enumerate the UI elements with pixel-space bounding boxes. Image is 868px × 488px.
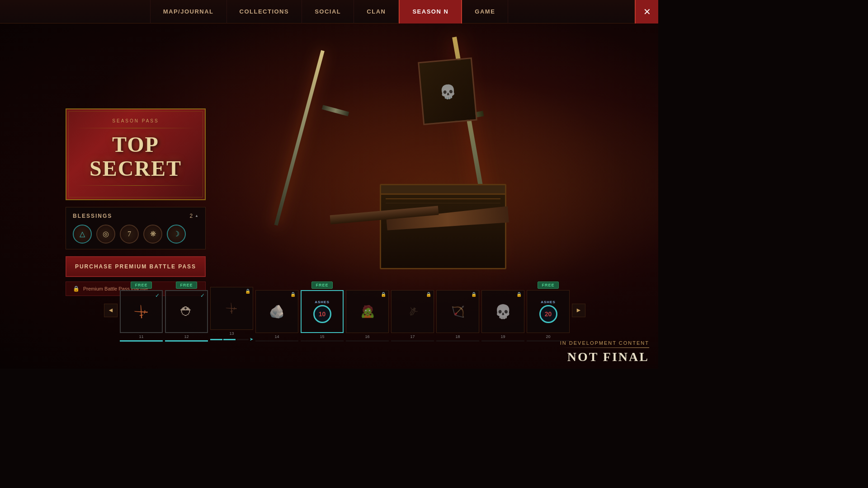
nav-clan[interactable]: CLAN	[354, 0, 399, 23]
card-18-lock: 🔒	[471, 292, 476, 297]
card-19-inner[interactable]: 🔒 💀	[481, 290, 524, 333]
season-title: TOPSECRET	[75, 133, 196, 181]
card-14-number: 14	[274, 334, 279, 339]
card-17-inner[interactable]: 🔒 🗡	[391, 290, 434, 333]
card-17-number: 17	[410, 334, 415, 339]
scene-background: 💀	[158, 23, 658, 324]
card-19: - 🔒 💀 19	[481, 282, 524, 342]
blessings-title: BLESSINGS	[73, 213, 112, 219]
card-18-inner[interactable]: 🔒 🏹	[436, 290, 479, 333]
blessing-3[interactable]: 7	[120, 225, 139, 244]
card-20-number-overlay: 20	[545, 310, 552, 318]
blessing-2[interactable]: ◎	[96, 225, 115, 244]
card-20-number: 20	[546, 334, 550, 339]
prev-arrow[interactable]: ◄	[104, 304, 118, 317]
card-13-lock: 🔒	[245, 289, 250, 294]
watermark-bottom-text: NOT FINAL	[560, 350, 649, 364]
card-20-badge: FREE	[538, 282, 558, 289]
chest-detail	[386, 198, 500, 199]
blessing-5[interactable]: ☽	[167, 225, 186, 244]
card-16-icon: 🧟	[360, 305, 375, 319]
card-14: - 🔒 🪨 14	[255, 282, 298, 342]
card-18-number: 18	[455, 334, 460, 339]
card-16: - 🔒 🧟 16	[346, 282, 389, 342]
close-button[interactable]: ✕	[635, 0, 658, 23]
card-12-check: ✓	[200, 292, 205, 299]
card-11-badge: FREE	[131, 282, 151, 289]
card-11-icon: ⚔	[131, 301, 152, 322]
card-16-lock: 🔒	[381, 292, 386, 297]
card-14-lock: 🔒	[290, 292, 296, 297]
card-16-progress	[346, 340, 389, 342]
card-15: FREE ASHES 10 15	[301, 282, 344, 342]
sword-decoration	[274, 50, 325, 225]
card-20-inner[interactable]: ASHES 20	[527, 290, 570, 333]
card-19-progress	[481, 340, 524, 342]
card-12-number: 12	[184, 334, 189, 339]
watermark-divider	[560, 347, 649, 348]
purchase-button[interactable]: PURCHASE PREMIUM BATTLE PASS	[66, 256, 206, 277]
chest-lid	[380, 184, 506, 195]
nav-game[interactable]: GAME	[462, 0, 508, 23]
cards-row: ◄ FREE ✓ ⚔ 11 FREE ✓ ⛑ 12 - 🔒 ⚔ 13 ➤	[104, 279, 622, 342]
book-item: 💀	[418, 57, 477, 125]
next-arrow[interactable]: ►	[572, 304, 585, 317]
card-13-arrow: ➤	[250, 337, 253, 342]
card-15-lock-bg: 10	[313, 305, 331, 323]
card-18-icon: 🏹	[451, 305, 465, 318]
banner-divider-top	[75, 128, 196, 128]
card-14-inner[interactable]: 🔒 🪨	[255, 290, 298, 333]
card-13-prog-3	[236, 339, 249, 340]
blessings-panel: BLESSINGS 2 △ ◎ 7 ❋ ☽	[66, 207, 206, 249]
card-12: FREE ✓ ⛑ 12	[165, 282, 208, 342]
card-14-icon: 🪨	[269, 304, 285, 319]
nav-map-journal[interactable]: MAP/JOURNAL	[150, 0, 227, 23]
sword-guard	[322, 105, 349, 116]
chest-detail2	[386, 203, 500, 203]
card-12-inner[interactable]: ✓ ⛑	[165, 290, 208, 333]
card-16-inner[interactable]: 🔒 🧟	[346, 290, 389, 333]
card-15-inner[interactable]: ASHES 10	[301, 290, 344, 333]
card-13-prog-2	[223, 339, 236, 340]
blessing-1[interactable]: △	[73, 225, 92, 244]
card-15-progress	[301, 340, 344, 342]
lock-icon: 🔒	[73, 286, 80, 292]
card-14-progress	[255, 340, 298, 342]
card-11-number: 11	[139, 334, 143, 339]
card-12-badge: FREE	[176, 282, 197, 289]
chest-body	[380, 192, 506, 269]
card-13: - 🔒 ⚔ 13 ➤	[210, 279, 253, 342]
season-label: SEASON PASS	[75, 118, 196, 123]
blessing-4[interactable]: ❋	[143, 225, 162, 244]
card-17-lock: 🔒	[426, 292, 431, 297]
nav-season[interactable]: SEASON N	[399, 0, 462, 23]
card-12-progress	[165, 340, 208, 342]
watermark-top-text: IN DEVELOPMENT CONTENT	[560, 340, 649, 346]
card-17-icon: 🗡	[404, 303, 421, 321]
watermark: IN DEVELOPMENT CONTENT NOT FINAL	[560, 340, 649, 364]
blessings-count: 2	[189, 213, 198, 219]
banner-divider-bottom	[75, 185, 196, 186]
blessings-icons: △ ◎ 7 ❋ ☽	[73, 225, 198, 244]
card-13-icon: ⚔	[223, 300, 240, 317]
nav-social[interactable]: SOCIAL	[302, 0, 354, 23]
card-13-number: 13	[229, 331, 234, 336]
card-18-progress	[436, 340, 479, 342]
card-15-badge: FREE	[311, 282, 332, 289]
card-18: - 🔒 🏹 18	[436, 282, 479, 342]
card-11-inner[interactable]: ✓ ⚔	[120, 290, 163, 333]
card-19-icon: 💀	[495, 304, 511, 319]
card-20-label: ASHES	[541, 300, 556, 304]
card-11: FREE ✓ ⚔ 11	[120, 282, 163, 342]
card-15-label: ASHES	[315, 300, 330, 304]
card-19-lock: 🔒	[516, 292, 522, 297]
card-20-lock-bg: 20	[539, 305, 557, 323]
card-11-progress	[120, 340, 163, 342]
nav-collections[interactable]: COLLECTIONS	[227, 0, 302, 23]
season-banner: SEASON PASS TOPSECRET	[66, 108, 206, 200]
card-15-number-overlay: 10	[319, 310, 326, 318]
card-12-icon: ⛑	[180, 304, 193, 319]
card-13-inner[interactable]: 🔒 ⚔	[210, 287, 253, 330]
blessings-header: BLESSINGS 2	[73, 213, 198, 219]
card-11-check: ✓	[155, 292, 160, 299]
